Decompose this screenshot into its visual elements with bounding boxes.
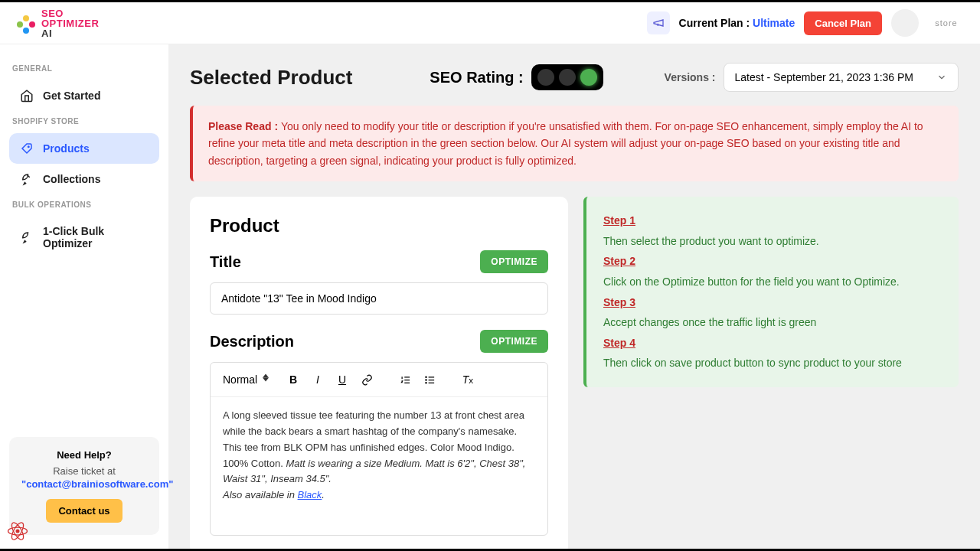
brand-line3: AI <box>41 28 52 39</box>
alert-prefix: Please Read : <box>208 120 281 132</box>
traffic-light <box>531 64 603 90</box>
version-selected-text: Latest - September 21, 2023 1:36 PM <box>735 71 913 83</box>
sidebar-item-label: Get Started <box>43 90 100 102</box>
format-select[interactable]: Normal <box>218 370 272 389</box>
section-shopify: SHOPIFY STORE <box>12 117 156 126</box>
page-title: Selected Product <box>190 66 352 90</box>
product-title-input[interactable] <box>210 282 548 315</box>
cancel-plan-button[interactable]: Cancel Plan <box>804 11 882 35</box>
description-label: Description <box>210 333 294 350</box>
italic-button[interactable]: I <box>307 369 328 390</box>
seo-rating-label: SEO Rating : <box>430 69 523 86</box>
rocket-icon <box>20 230 34 244</box>
svg-point-9 <box>425 382 426 383</box>
step-4-text: Then click on save product button to syn… <box>603 353 942 373</box>
svg-point-7 <box>425 377 426 377</box>
sidebar-item-collections[interactable]: Collections <box>9 164 159 194</box>
clear-format-button[interactable]: Tx <box>457 369 479 390</box>
sidebar-item-label: Collections <box>43 173 100 185</box>
contact-us-button[interactable]: Contact us <box>46 499 122 523</box>
section-general: GENERAL <box>12 64 156 73</box>
step-1-text: Then select the product you want to opti… <box>603 231 942 252</box>
optimize-description-button[interactable]: OPTIMIZE <box>480 330 548 353</box>
store-badge: store <box>928 12 965 34</box>
help-title: Need Help? <box>21 449 147 461</box>
title-label: Title <box>210 253 241 271</box>
steps-card: Step 1 Then select the product you want … <box>583 197 959 387</box>
link-button[interactable] <box>356 369 377 390</box>
product-card: Product Title OPTIMIZE Description OPTIM… <box>190 197 568 549</box>
sidebar-item-label: Products <box>43 142 90 155</box>
help-email: "contact@brainiosoftware.com" <box>21 478 147 490</box>
optimize-title-button[interactable]: OPTIMIZE <box>480 250 548 273</box>
help-line: Raise ticket at <box>21 465 147 477</box>
sidebar-item-get-started[interactable]: Get Started <box>9 80 159 111</box>
chevron-down-icon <box>936 72 947 83</box>
description-textarea[interactable]: A long sleeved tissue tee featuring the … <box>211 397 547 535</box>
topbar: SEO OPTIMIZER AI Current Plan : Ultimate… <box>0 2 980 44</box>
version-select[interactable]: Latest - September 21, 2023 1:36 PM <box>724 63 959 92</box>
current-plan-label: Current Plan : Ultimate <box>679 17 795 29</box>
main-content: Selected Product SEO Rating : Versions :… <box>168 44 980 549</box>
sidebar-item-bulk-optimizer[interactable]: 1-Click Bulk Optimizer <box>9 217 159 258</box>
step-4-heading: Step 4 <box>603 333 942 354</box>
megaphone-icon[interactable] <box>647 11 670 34</box>
editor-toolbar: Normal B I U <box>211 363 547 397</box>
react-devtools-icon <box>6 520 29 543</box>
unordered-list-button[interactable] <box>419 369 440 390</box>
black-link[interactable]: Black <box>298 489 322 500</box>
sidebar-item-label: 1-Click Bulk Optimizer <box>43 225 149 249</box>
underline-button[interactable]: U <box>332 369 353 390</box>
svg-point-8 <box>425 380 426 380</box>
help-card: Need Help? Raise ticket at "contact@brai… <box>9 437 159 535</box>
svg-point-10 <box>16 530 20 533</box>
sidebar: GENERAL Get Started SHOPIFY STORE Produc… <box>0 44 168 549</box>
section-bulk: BULK OPERATIONS <box>12 201 156 209</box>
ordered-list-button[interactable] <box>394 369 416 390</box>
description-editor: Normal B I U <box>210 362 548 536</box>
step-3-heading: Step 3 <box>603 292 942 313</box>
traffic-yellow <box>559 69 576 86</box>
rocket-icon <box>20 172 34 186</box>
bold-button[interactable]: B <box>283 369 304 390</box>
step-2-text: Click on the Optimize button for the fie… <box>603 272 942 292</box>
traffic-green <box>580 69 597 86</box>
versions-label: Versions : <box>665 71 716 83</box>
product-heading: Product <box>210 215 548 236</box>
traffic-red <box>537 69 554 86</box>
home-icon <box>20 89 34 103</box>
logo-mark <box>15 12 37 34</box>
step-3-text: Accept changes once the traffic light is… <box>603 312 942 333</box>
alert-body: You only need to modify your title or de… <box>208 120 923 167</box>
tag-icon <box>20 142 34 155</box>
svg-point-0 <box>28 146 30 148</box>
sidebar-item-products[interactable]: Products <box>9 133 159 164</box>
brand-logo: SEO OPTIMIZER AI <box>15 8 99 38</box>
info-alert: Please Read : You only need to modify yo… <box>190 106 959 181</box>
avatar[interactable] <box>891 9 919 37</box>
step-1-heading: Step 1 <box>603 210 942 231</box>
step-2-heading: Step 2 <box>603 251 942 272</box>
